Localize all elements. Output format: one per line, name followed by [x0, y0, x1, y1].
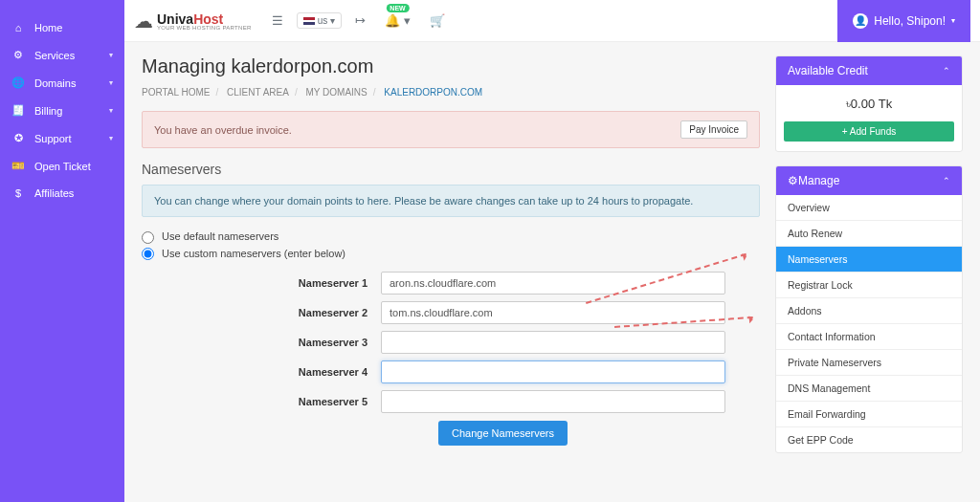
ns4-label: Nameserver 4 — [142, 366, 381, 378]
bill-icon — [11, 104, 25, 117]
manage-list: OverviewAuto RenewNameserversRegistrar L… — [776, 195, 962, 452]
nameservers-heading: Nameservers — [142, 162, 760, 177]
avatar-icon: 👤 — [853, 13, 868, 29]
manage-item-overview[interactable]: Overview — [776, 195, 962, 220]
radio-custom-nameservers[interactable]: Use custom nameservers (enter below) — [142, 246, 760, 263]
user-greeting: Hello, Shipon! — [874, 14, 946, 28]
page-title: Managing kalerdorpon.com — [142, 55, 760, 77]
home-icon — [11, 22, 25, 33]
add-funds-button[interactable]: + Add Funds — [784, 121, 954, 142]
chevron-down-icon: ▾ — [109, 106, 113, 115]
pay-invoice-button[interactable]: Pay Invoice — [680, 120, 747, 139]
chevron-down-icon: ▾ — [109, 134, 113, 142]
sidebar-item-home[interactable]: Home — [0, 14, 124, 41]
ns2-input[interactable] — [381, 301, 725, 324]
gear-icon — [11, 49, 25, 61]
language-selector[interactable]: us ▾ — [297, 12, 343, 29]
cart-icon[interactable] — [424, 10, 451, 32]
manage-item-registrar-lock[interactable]: Registrar Lock — [776, 272, 962, 297]
sidebar-item-open-ticket[interactable]: Open Ticket — [0, 152, 124, 180]
ns5-input[interactable] — [381, 390, 725, 413]
manage-item-private-nameservers[interactable]: Private Nameservers — [776, 349, 962, 375]
new-badge: NEW — [386, 4, 409, 12]
chevron-down-icon: ▾ — [109, 51, 113, 59]
ns4-input[interactable] — [381, 360, 725, 383]
sidebar-item-affiliates[interactable]: Affiliates — [0, 180, 124, 207]
alert-text: You have an overdue invoice. — [154, 124, 292, 136]
sidebar-item-services[interactable]: Services▾ — [0, 41, 124, 69]
ns3-label: Nameserver 3 — [142, 337, 381, 348]
sidebar-item-label: Support — [34, 133, 72, 144]
breadcrumb: PORTAL HOME/ CLIENT AREA/ MY DOMAINS/ KA… — [142, 87, 760, 98]
nameservers-info: You can change where your domain points … — [142, 185, 760, 217]
manage-header[interactable]: ⚙ Manage⌃ — [776, 166, 962, 195]
overdue-invoice-alert: You have an overdue invoice. Pay Invoice — [142, 111, 760, 148]
user-menu[interactable]: 👤 Hello, Shipon! ▾ — [837, 0, 970, 42]
dollar-icon — [11, 187, 25, 199]
logo-tagline: YOUR WEB HOSTING PARTNER — [157, 25, 252, 31]
manage-card: ⚙ Manage⌃ OverviewAuto RenewNameserversR… — [775, 165, 963, 453]
breadcrumb-portal-home[interactable]: PORTAL HOME — [142, 87, 211, 98]
sidebar-item-label: Services — [34, 50, 75, 61]
sidebar-item-label: Affiliates — [34, 187, 74, 199]
life-icon — [11, 132, 25, 144]
sidebar-item-billing[interactable]: Billing▾ — [0, 97, 124, 124]
breadcrumb-client-area[interactable]: CLIENT AREA — [227, 87, 289, 98]
logout-icon[interactable] — [349, 10, 371, 32]
gear-icon: ⚙ — [788, 174, 798, 187]
ns2-label: Nameserver 2 — [142, 307, 381, 318]
chevron-down-icon: ▾ — [109, 78, 113, 87]
sidebar-item-support[interactable]: Support▾ — [0, 124, 124, 152]
ns3-input[interactable] — [381, 331, 725, 354]
manage-item-auto-renew[interactable]: Auto Renew — [776, 220, 962, 246]
sidebar-item-label: Billing — [34, 105, 62, 117]
ticket-icon — [11, 160, 25, 172]
available-credit-header[interactable]: Available Credit⌃ — [776, 56, 962, 85]
manage-item-get-epp-code[interactable]: Get EPP Code — [776, 426, 962, 452]
sidebar: HomeServices▾Domains▾Billing▾Support▾Ope… — [0, 0, 124, 502]
globe-icon — [11, 76, 25, 89]
logo[interactable]: ☁ UnivaHost YOUR WEB HOSTING PARTNER — [134, 10, 252, 33]
bell-icon — [385, 13, 400, 28]
chevron-up-icon: ⌃ — [943, 176, 950, 186]
change-nameservers-button[interactable]: Change Nameservers — [438, 421, 568, 446]
sidebar-item-label: Home — [34, 22, 62, 33]
manage-item-nameservers[interactable]: Nameservers — [776, 246, 962, 272]
sidebar-item-domains[interactable]: Domains▾ — [0, 69, 124, 97]
manage-item-contact-information[interactable]: Contact Information — [776, 323, 962, 349]
chevron-up-icon: ⌃ — [943, 66, 950, 76]
manage-item-dns-management[interactable]: DNS Management — [776, 375, 962, 401]
chevron-down-icon: ▾ — [951, 16, 955, 25]
radio-default-nameservers[interactable]: Use default nameservers — [142, 229, 760, 246]
manage-item-addons[interactable]: Addons — [776, 297, 962, 323]
notifications-button[interactable]: NEW ▾ — [379, 10, 416, 32]
sidebar-item-label: Open Ticket — [34, 161, 91, 172]
topbar: ☁ UnivaHost YOUR WEB HOSTING PARTNER us … — [124, 0, 980, 42]
credit-amount: ৳0.00 Tk — [776, 85, 962, 116]
ns1-label: Nameserver 1 — [142, 277, 381, 289]
cloud-icon: ☁ — [134, 10, 153, 33]
breadcrumb-current: KALERDORPON.COM — [384, 87, 482, 98]
sidebar-item-label: Domains — [34, 77, 76, 89]
available-credit-card: Available Credit⌃ ৳0.00 Tk + Add Funds — [775, 55, 963, 152]
ns5-label: Nameserver 5 — [142, 396, 381, 407]
breadcrumb-my-domains[interactable]: MY DOMAINS — [305, 87, 367, 98]
manage-item-email-forwarding[interactable]: Email Forwarding — [776, 401, 962, 426]
menu-toggle-icon[interactable] — [266, 10, 289, 32]
